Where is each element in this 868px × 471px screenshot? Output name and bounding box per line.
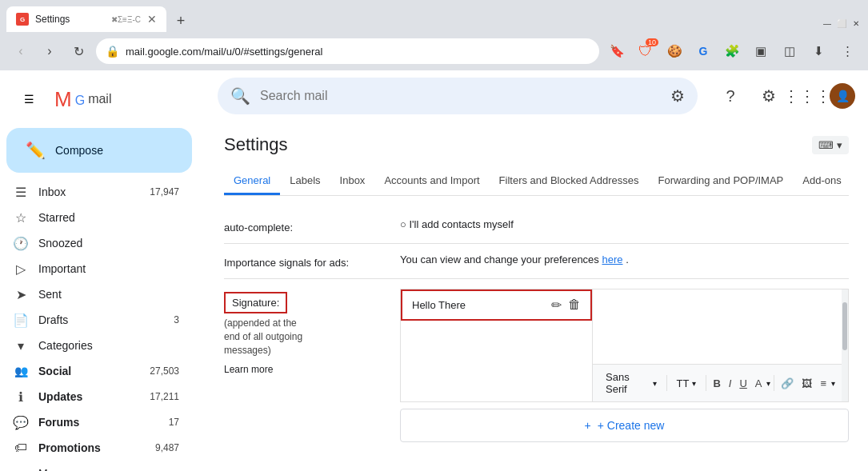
search-icon: 🔍 xyxy=(230,86,250,106)
sidebar-item-forums[interactable]: 💬 Forums 17 xyxy=(0,409,192,435)
sidebar-item-inbox[interactable]: ☰ Inbox 17,947 xyxy=(0,179,192,205)
underline-button[interactable]: U xyxy=(736,376,750,391)
signature-list-item[interactable]: Hello There ✏ 🗑 xyxy=(401,289,592,321)
edit-signature-button[interactable]: ✏ xyxy=(551,297,562,313)
menu-button[interactable]: ⋮ xyxy=(836,40,858,62)
signature-editor-content[interactable] xyxy=(593,289,842,369)
italic-button[interactable]: I xyxy=(726,376,735,391)
create-new-plus-icon: + xyxy=(585,419,591,432)
brave-shield-button[interactable]: 🛡 10 xyxy=(634,40,657,62)
reload-button[interactable]: ↻ xyxy=(67,40,90,62)
editor-scrollbar-track[interactable] xyxy=(842,289,848,401)
text-color-dropdown[interactable]: ▾ xyxy=(766,379,770,388)
tab-addons[interactable]: Add-ons xyxy=(793,168,849,195)
tune-icon[interactable]: ⚙ xyxy=(670,86,685,106)
help-button[interactable]: ? xyxy=(714,80,746,112)
sidebar-item-social[interactable]: 👥 Social 27,503 xyxy=(0,358,192,384)
sidebar-item-sent[interactable]: ➤ Sent xyxy=(0,281,192,307)
user-avatar[interactable]: 👤 xyxy=(830,83,855,109)
address-bar[interactable]: 🔒 mail.google.com/mail/u/0/#settings/gen… xyxy=(96,38,599,64)
drafts-label: Drafts xyxy=(38,313,164,326)
sidebar-item-important[interactable]: ▷ Important xyxy=(0,256,192,281)
promotions-icon: 🏷 xyxy=(13,441,29,455)
snoozed-label: Snoozed xyxy=(38,237,179,249)
sidebar-item-drafts[interactable]: 📄 Drafts 3 xyxy=(0,307,192,333)
restore-button[interactable]: ⬜ xyxy=(836,18,847,29)
keyboard-dropdown-icon: ▾ xyxy=(837,139,842,151)
toolbar-icons: 🔖 🛡 10 🍪 G 🧩 ▣ ◫ ⬇ ⋮ xyxy=(606,40,858,62)
google-apps-button[interactable]: ⋮⋮⋮ xyxy=(791,80,823,112)
updates-label: Updates xyxy=(38,390,140,403)
split-view-button[interactable]: ▣ xyxy=(750,40,772,62)
drafts-icon: 📄 xyxy=(13,313,29,328)
forums-icon: 💬 xyxy=(13,415,29,430)
sent-label: Sent xyxy=(38,288,179,301)
browser-toolbar: ‹ › ↻ 🔒 mail.google.com/mail/u/0/#settin… xyxy=(0,32,868,70)
brave-sync-button[interactable]: G xyxy=(692,40,714,62)
tab-labels[interactable]: Labels xyxy=(280,168,330,195)
signature-label-col: Signature: (appended at the end of all o… xyxy=(224,289,400,375)
delete-signature-button[interactable]: 🗑 xyxy=(568,297,581,313)
back-button[interactable]: ‹ xyxy=(10,40,32,62)
sidebar-item-snoozed[interactable]: 🕐 Snoozed xyxy=(0,230,192,256)
autocomplete-label: auto-complete: xyxy=(224,218,400,234)
sidebar-item-categories[interactable]: ▾ Categories xyxy=(0,333,192,358)
tab-filters[interactable]: Filters and Blocked Addresses xyxy=(490,168,649,195)
importance-here-link[interactable]: here xyxy=(602,253,622,265)
align-button[interactable]: ≡ xyxy=(817,376,830,391)
search-box[interactable]: 🔍 ⚙ xyxy=(218,78,698,114)
extensions-button[interactable]: 🧩 xyxy=(721,40,743,62)
bookmark-button[interactable]: 🔖 xyxy=(606,40,628,62)
starred-label: Starred xyxy=(38,211,179,224)
tab-accounts[interactable]: Accounts and Import xyxy=(374,168,489,195)
close-tab-button[interactable]: ✕ xyxy=(147,13,157,26)
new-tab-button[interactable]: + xyxy=(170,10,192,32)
active-tab[interactable]: G Settings ✖Σ≡Ξ-C ✕ xyxy=(6,6,166,32)
tab-inbox[interactable]: Inbox xyxy=(330,168,375,195)
signature-label-box: Signature: xyxy=(224,292,287,313)
align-dropdown[interactable]: ▾ xyxy=(831,379,835,388)
tab-accounts-label: Accounts and Import xyxy=(384,174,479,186)
promotions-label: Promotions xyxy=(38,441,146,454)
minimize-button[interactable]: — xyxy=(822,18,833,29)
learn-more-link[interactable]: Learn more xyxy=(224,364,273,375)
image-button[interactable]: 🖼 xyxy=(798,376,815,391)
tab-extra: ✖Σ≡Ξ-C xyxy=(111,15,141,24)
text-color-group: A ▾ xyxy=(752,376,771,391)
search-input[interactable] xyxy=(260,89,661,103)
tab-general[interactable]: General xyxy=(224,168,280,195)
sidebar-item-promotions[interactable]: 🏷 Promotions 9,487 xyxy=(0,435,192,461)
social-count: 27,503 xyxy=(150,365,179,377)
link-button[interactable]: 🔗 xyxy=(778,376,797,391)
settings-button[interactable]: ⚙ xyxy=(753,80,785,112)
text-color-button[interactable]: A xyxy=(752,376,766,391)
downloads-button[interactable]: ⬇ xyxy=(807,40,830,62)
social-icon: 👥 xyxy=(13,365,29,377)
signature-sublabel-3: messages) xyxy=(224,345,271,356)
font-size-select[interactable]: TT ▾ xyxy=(670,374,703,393)
gmail-text: mail xyxy=(88,92,111,106)
compose-button[interactable]: ✏️ Compose xyxy=(6,128,192,173)
font-family-select[interactable]: Sans Serif ▾ xyxy=(599,368,663,398)
sidebar-toggle-button[interactable]: ◫ xyxy=(778,40,801,62)
sidebar-item-starred[interactable]: ☆ Starred xyxy=(0,205,192,230)
inbox-count: 17,947 xyxy=(150,186,179,198)
create-new-button[interactable]: + + Create new xyxy=(400,409,849,442)
toolbar-divider-3 xyxy=(774,375,774,391)
keyboard-shortcut-button[interactable]: ⌨ ▾ xyxy=(812,136,849,154)
cookie-icon-button[interactable]: 🍪 xyxy=(663,40,686,62)
settings-area: Settings ⌨ ▾ General Labels Inbox Accoun… xyxy=(205,122,868,471)
importance-label: Importance signals for ads: xyxy=(224,253,400,269)
signature-name: Hello There xyxy=(412,299,466,311)
sidebar-item-more[interactable]: ▾ More xyxy=(0,461,192,471)
sidebar: ☰ M G mail ✏️ Compose ☰ Inbox 17,947 ☆ S… xyxy=(0,70,205,471)
signature-editor[interactable]: Sans Serif ▾ TT ▾ B xyxy=(593,289,842,401)
bold-button[interactable]: B xyxy=(710,376,723,391)
sidebar-item-updates[interactable]: ℹ Updates 17,211 xyxy=(0,384,192,409)
more-label: More xyxy=(38,467,179,471)
forward-button[interactable]: › xyxy=(38,40,61,62)
close-window-button[interactable]: ✕ xyxy=(850,18,862,29)
tab-forwarding[interactable]: Forwarding and POP/IMAP xyxy=(648,168,793,195)
hamburger-button[interactable]: ☰ xyxy=(13,83,45,115)
importance-row: Importance signals for ads: You can view… xyxy=(224,244,849,279)
